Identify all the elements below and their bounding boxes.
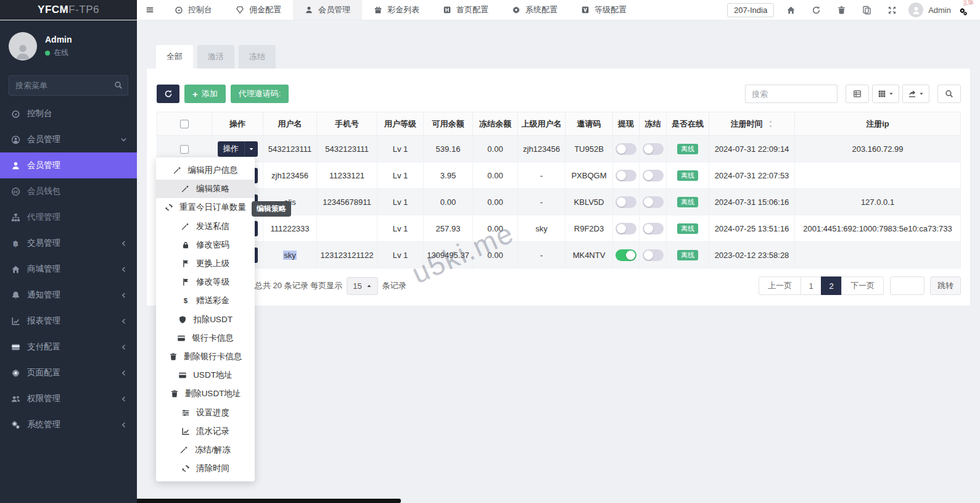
sidebar-item[interactable]: 系统管理: [0, 412, 137, 438]
home-button[interactable]: [782, 1, 799, 19]
sidebar-item[interactable]: 交易管理: [0, 230, 137, 256]
withdraw-toggle[interactable]: [616, 143, 636, 155]
sidebar-item[interactable]: 通知管理: [0, 282, 137, 308]
fullscreen-button[interactable]: [883, 1, 900, 19]
chev-left-icon: [120, 370, 127, 376]
hsquare-icon: [443, 6, 451, 14]
dropdown-item[interactable]: 银行卡信息: [156, 329, 255, 347]
dropdown-item[interactable]: 修改等级: [156, 273, 255, 291]
select-all-checkbox[interactable]: [180, 120, 189, 128]
gear-icon: [512, 6, 521, 14]
page-button[interactable]: 2: [821, 276, 842, 295]
top-nav-item[interactable]: 等级配置: [569, 0, 638, 20]
caret-down-icon[interactable]: [245, 141, 258, 157]
menu-search: [9, 75, 128, 96]
dropdown-item[interactable]: 流水记录: [156, 422, 255, 441]
next-page-button[interactable]: 下一页: [841, 276, 884, 295]
detail-view-button[interactable]: [846, 85, 869, 103]
site-badge[interactable]: 207-India: [727, 3, 774, 17]
select-all-header: [157, 112, 212, 136]
page-button[interactable]: 1: [801, 276, 821, 295]
sidebar-item[interactable]: 报表管理: [0, 308, 137, 334]
agent-invite-code-button[interactable]: 代理邀请码:: [231, 85, 289, 103]
dropdown-item[interactable]: 修改密码: [156, 236, 255, 254]
top-nav-item[interactable]: 控制台: [163, 0, 224, 20]
settings-button[interactable]: 正版: [959, 3, 971, 17]
recycle-icon: [181, 464, 190, 473]
user-menu[interactable]: Admin: [908, 2, 951, 17]
freeze-toggle[interactable]: [643, 170, 664, 181]
jump-page-input[interactable]: [890, 276, 924, 295]
per-page-select[interactable]: 15: [347, 277, 377, 295]
freeze-toggle[interactable]: [643, 196, 664, 208]
withdraw-toggle[interactable]: [616, 223, 636, 235]
dropdown-item[interactable]: 清除时间: [156, 459, 255, 478]
sidebar-toggle-button[interactable]: [137, 0, 163, 20]
chevron-left-icon: [120, 343, 127, 352]
tab-frozen[interactable]: 冻结: [239, 45, 276, 69]
clear-cache-button[interactable]: [833, 1, 850, 19]
prev-page-button[interactable]: 上一页: [759, 276, 801, 295]
dropdown-item[interactable]: 删除USDT地址: [156, 385, 255, 403]
online-status-cell: 离线: [667, 242, 709, 268]
person-icon: [912, 6, 921, 15]
sort-icon[interactable]: [768, 119, 773, 129]
sidebar-item[interactable]: 权限管理: [0, 386, 137, 412]
refresh-table-button[interactable]: [157, 85, 179, 103]
top-nav-item[interactable]: 会员管理: [293, 0, 362, 20]
balance-cell: 0.00: [424, 189, 473, 215]
dropdown-item[interactable]: USDT地址: [156, 366, 255, 385]
sidebar-item[interactable]: 代理管理: [0, 204, 137, 230]
table-search-input[interactable]: [745, 85, 838, 103]
horizontal-scrollbar[interactable]: [137, 499, 401, 503]
withdraw-toggle[interactable]: [616, 196, 636, 208]
dropdown-item[interactable]: 重置今日订单数量: [156, 198, 255, 217]
withdraw-toggle[interactable]: [616, 170, 636, 181]
freeze-toggle[interactable]: [643, 143, 664, 155]
dropdown-item[interactable]: 编辑策略: [156, 180, 255, 198]
sidebar-item[interactable]: 商城管理: [0, 256, 137, 282]
trash-icon: [169, 352, 178, 361]
refresh-button[interactable]: [807, 1, 825, 19]
withdraw-toggle[interactable]: [616, 249, 636, 261]
sidebar-item[interactable]: 控制台: [0, 101, 137, 127]
row-action-button[interactable]: 操作: [218, 141, 258, 157]
freeze-toggle[interactable]: [643, 223, 664, 235]
dropdown-item[interactable]: 删除银行卡信息: [156, 347, 255, 366]
dropdown-item[interactable]: 更换上级: [156, 254, 255, 273]
member-panel: +添加 代理邀请码: 操作用户名手机号用户等级可用余额冻结余额上级用户名邀请码提…: [147, 69, 970, 306]
tab-active[interactable]: 激活: [197, 45, 234, 69]
dropdown-item[interactable]: 扣除USDT: [156, 310, 255, 329]
dropdown-item[interactable]: 设置进度: [156, 403, 255, 422]
dropdown-item[interactable]: 赠送彩金: [156, 291, 255, 310]
sitemap-icon: [11, 213, 20, 222]
row-checkbox[interactable]: [180, 145, 189, 154]
lock-icon: [181, 241, 190, 249]
register-ip-cell: [795, 242, 961, 268]
dropdown-item[interactable]: 发送私信: [156, 217, 255, 236]
top-nav-item[interactable]: 佣金配置: [224, 0, 293, 20]
export-button[interactable]: [902, 85, 929, 103]
tab-all[interactable]: 全部: [156, 45, 193, 69]
top-nav-item[interactable]: 系统配置: [500, 0, 569, 20]
copy-button[interactable]: [858, 1, 875, 19]
grid-icon: [878, 89, 886, 98]
top-nav-item[interactable]: 首页配置: [431, 0, 500, 20]
online-status-cell: 离线: [667, 136, 709, 162]
top-nav-item[interactable]: 彩金列表: [362, 0, 431, 20]
add-button[interactable]: +添加: [184, 85, 226, 103]
columns-button[interactable]: [872, 85, 899, 103]
menu-search-input[interactable]: [9, 75, 128, 96]
dropdown-item[interactable]: 冻结/解冻: [156, 441, 255, 459]
sidebar-item[interactable]: 会员管理: [0, 152, 137, 178]
sidebar-item[interactable]: 支付配置: [0, 334, 137, 360]
sidebar-item[interactable]: 会员钱包: [0, 178, 137, 204]
jump-button[interactable]: 跳转: [930, 276, 961, 295]
top-nav-label: 控制台: [188, 4, 212, 15]
sidebar-item[interactable]: 页面配置: [0, 360, 137, 386]
search-button[interactable]: [937, 85, 961, 103]
dropdown-item[interactable]: 编辑用户信息: [156, 161, 255, 180]
gift-icon: [374, 6, 382, 14]
freeze-toggle[interactable]: [643, 249, 664, 261]
sidebar-item[interactable]: 会员管理: [0, 127, 137, 152]
